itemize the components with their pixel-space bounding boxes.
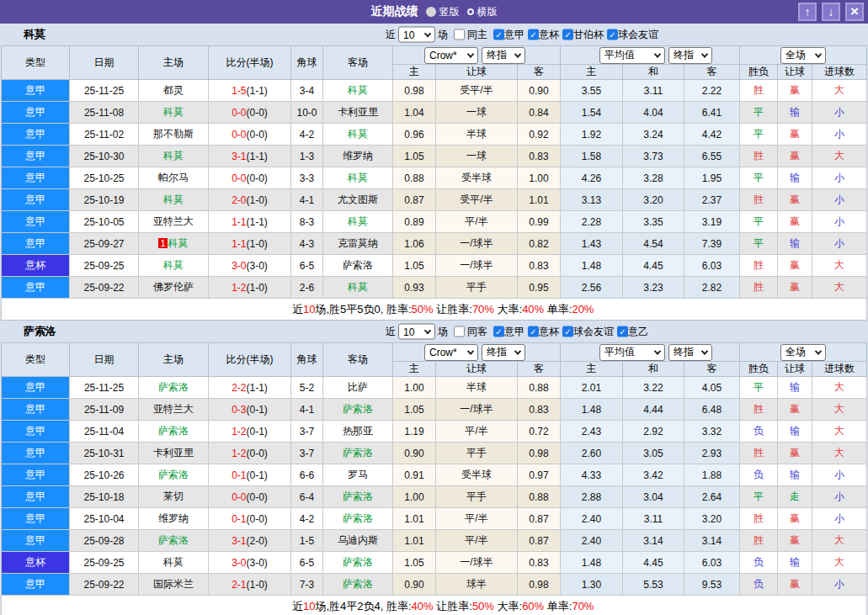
move-up-button[interactable]: ↑ bbox=[798, 3, 817, 21]
league-filter-label: 意甲 bbox=[504, 325, 525, 339]
league-filter-checkbox[interactable]: ✓ bbox=[528, 29, 539, 40]
average-stage-select[interactable]: 终指 bbox=[668, 344, 712, 361]
summary-row: 近10场,胜4平2负4, 胜率:40% 让胜率:50% 大率:60% 单率:70… bbox=[1, 596, 867, 615]
radio-unselected-icon bbox=[467, 8, 474, 15]
same-venue-checkbox[interactable] bbox=[454, 29, 465, 40]
odds-handicap-cell: 受半球 bbox=[436, 464, 518, 486]
average-select[interactable]: 平均值 bbox=[599, 47, 665, 64]
subcol-odds-away: 客 bbox=[518, 65, 561, 80]
away-team-name: 萨索洛 bbox=[343, 578, 373, 590]
goals-result-cell: 大 bbox=[812, 255, 867, 277]
league-cell: 意甲 bbox=[2, 377, 70, 399]
avg-away-cell: 2.37 bbox=[684, 189, 740, 211]
date-cell: 25-09-28 bbox=[70, 530, 139, 552]
col-header-home: 主场 bbox=[139, 343, 209, 377]
odds-stage-value: 终指 bbox=[487, 345, 507, 359]
league-filter-checkbox[interactable]: ✓ bbox=[528, 326, 539, 337]
odds-home-cell: 0.96 bbox=[393, 124, 436, 146]
handicap-result-cell: 走 bbox=[778, 486, 812, 508]
scope-select[interactable]: 全场 bbox=[780, 47, 826, 64]
section-header: 科莫 近 10 场 同主 ✓意甲✓意杯✓甘伯杯✓球会友谊 bbox=[0, 24, 868, 45]
average-group-header: 平均值终指 bbox=[561, 343, 740, 362]
odds-away-cell: 1.00 bbox=[518, 167, 561, 189]
league-filter-checkbox[interactable]: ✓ bbox=[493, 29, 504, 40]
league-filter-checkbox[interactable]: ✓ bbox=[562, 29, 573, 40]
recent-count-select[interactable]: 10 bbox=[398, 27, 435, 43]
date-cell: 25-10-26 bbox=[70, 464, 139, 486]
close-button[interactable]: × bbox=[845, 3, 864, 21]
team-panel: 科莫 近 10 场 同主 ✓意甲✓意杯✓甘伯杯✓球会友谊 bbox=[0, 24, 868, 321]
date-cell: 25-11-25 bbox=[70, 80, 139, 102]
handicap-result-cell: 赢 bbox=[778, 399, 812, 421]
odds-handicap-cell: 一/球半 bbox=[436, 255, 518, 277]
result-cell: 平 bbox=[740, 211, 778, 233]
score-cell: 2-2(1-1) bbox=[209, 377, 291, 399]
league-filter-checkbox[interactable]: ✓ bbox=[493, 326, 504, 337]
scope-select[interactable]: 全场 bbox=[780, 344, 826, 361]
result-cell: 平 bbox=[740, 377, 778, 399]
subcol-goals: 进球数 bbox=[812, 65, 867, 80]
subcol-odds-home: 主 bbox=[393, 65, 436, 80]
goals-result-cell: 大 bbox=[812, 377, 867, 399]
away-team-cell: 萨索洛 bbox=[323, 255, 393, 277]
odds-stage-select[interactable]: 终指 bbox=[482, 47, 525, 64]
odds-home-cell: 1.06 bbox=[393, 233, 436, 255]
league-cell: 意甲 bbox=[2, 189, 70, 211]
match-row: 意杯 25-09-25 科莫 3-0(3-0) 6-5 萨索洛 1.05 一/球… bbox=[2, 255, 867, 277]
away-team-name: 克雷莫纳 bbox=[338, 237, 378, 249]
avg-draw-cell: 4.45 bbox=[623, 255, 684, 277]
fulltime-score: 2-0 bbox=[232, 194, 246, 206]
home-team-name: 萨索洛 bbox=[158, 381, 189, 393]
date-cell: 25-10-04 bbox=[70, 508, 139, 530]
summary-segment: 近 bbox=[292, 303, 303, 315]
avg-draw-cell: 3.24 bbox=[623, 124, 684, 146]
fulltime-score: 3-1 bbox=[232, 535, 246, 547]
layout-radio-horizontal[interactable]: 横版 bbox=[467, 5, 498, 19]
subcol-avg-home: 主 bbox=[561, 65, 623, 80]
odds-company-select[interactable]: Crow* bbox=[424, 47, 478, 64]
summary-segment: 50% bbox=[412, 303, 434, 315]
same-venue-label: 同主 bbox=[467, 28, 487, 42]
away-team-name: 乌迪内斯 bbox=[338, 534, 378, 546]
league-cell: 意甲 bbox=[2, 211, 70, 233]
corner-cell: 8-3 bbox=[291, 211, 323, 233]
home-team-name: 亚特兰大 bbox=[153, 403, 194, 415]
match-row: 意甲 25-10-19 科莫 2-0(1-0) 4-1 尤文图斯 0.87 受平… bbox=[2, 189, 867, 211]
date-cell: 25-09-27 bbox=[70, 233, 139, 255]
average-stage-select[interactable]: 终指 bbox=[668, 47, 712, 64]
league-cell: 意甲 bbox=[2, 530, 70, 552]
handicap-result-cell: 输 bbox=[778, 552, 812, 574]
date-cell: 25-09-22 bbox=[70, 574, 139, 596]
average-select[interactable]: 平均值 bbox=[599, 344, 665, 361]
score-cell: 3-1(1-1) bbox=[209, 146, 291, 167]
fulltime-score: 1-1 bbox=[232, 216, 246, 228]
result-cell: 平 bbox=[740, 102, 778, 124]
goals-result-cell: 大 bbox=[812, 552, 867, 574]
odds-company-select[interactable]: Crow* bbox=[424, 344, 478, 361]
handicap-result-cell: 赢 bbox=[778, 508, 812, 530]
league-filter-checkbox[interactable]: ✓ bbox=[617, 326, 628, 337]
same-venue-checkbox[interactable] bbox=[454, 326, 465, 337]
league-cell: 意甲 bbox=[2, 508, 70, 530]
match-row: 意甲 25-09-27 1科莫 1-1(1-0) 4-3 克雷莫纳 1.06 一… bbox=[2, 233, 867, 255]
avg-home-cell: 2.01 bbox=[561, 377, 623, 399]
avg-home-cell: 2.56 bbox=[561, 277, 623, 299]
avg-home-cell: 2.40 bbox=[561, 530, 623, 552]
home-team-cell: 科莫 bbox=[139, 552, 209, 574]
odds-away-cell: 0.95 bbox=[518, 277, 561, 299]
league-filter-checkbox[interactable]: ✓ bbox=[607, 29, 618, 40]
league-filter-checkbox[interactable]: ✓ bbox=[562, 326, 573, 337]
corner-cell: 3-7 bbox=[291, 443, 323, 464]
fulltime-score: 3-0 bbox=[232, 557, 246, 569]
recent-count-select[interactable]: 10 bbox=[398, 324, 435, 340]
team-name: 萨索洛 bbox=[24, 324, 56, 339]
league-cell: 意甲 bbox=[2, 443, 70, 464]
score-cell: 0-0(0-0) bbox=[209, 486, 291, 508]
halftime-score: (3-0) bbox=[247, 557, 268, 569]
odds-stage-select[interactable]: 终指 bbox=[482, 344, 525, 361]
match-row: 意甲 25-09-22 佛罗伦萨 1-2(1-0) 2-6 科莫 0.93 平手… bbox=[2, 277, 867, 299]
scope-value: 全场 bbox=[785, 48, 806, 62]
layout-radio-vertical[interactable]: 竖版 bbox=[426, 5, 460, 19]
subcol-odds-home: 主 bbox=[393, 362, 436, 377]
move-down-button[interactable]: ↓ bbox=[822, 3, 840, 21]
